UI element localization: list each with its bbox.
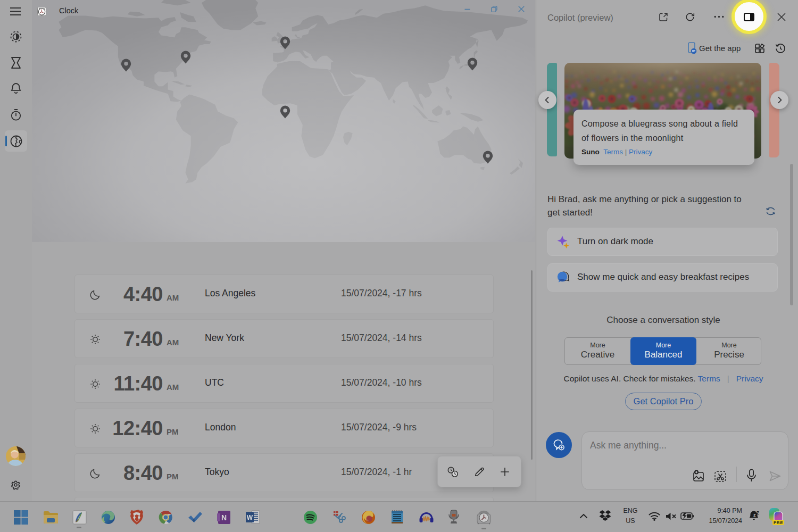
svg-text:W: W [247, 514, 253, 521]
svg-text:z: z [757, 510, 759, 516]
svg-text:PRE: PRE [774, 520, 783, 525]
svg-text:N: N [221, 513, 226, 522]
svg-text:z: z [753, 512, 756, 518]
